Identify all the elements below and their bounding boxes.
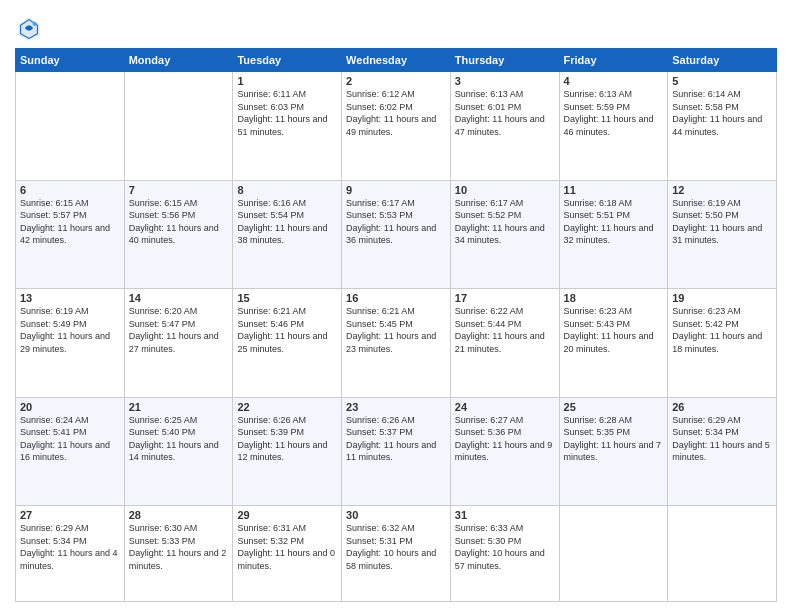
day-info: Sunrise: 6:15 AM Sunset: 5:56 PM Dayligh… bbox=[129, 197, 229, 247]
day-number: 21 bbox=[129, 401, 229, 413]
calendar-day-cell: 1Sunrise: 6:11 AM Sunset: 6:03 PM Daylig… bbox=[233, 72, 342, 181]
calendar-day-header: Monday bbox=[124, 49, 233, 72]
day-number: 26 bbox=[672, 401, 772, 413]
calendar-day-cell: 26Sunrise: 6:29 AM Sunset: 5:34 PM Dayli… bbox=[668, 397, 777, 506]
day-number: 25 bbox=[564, 401, 664, 413]
calendar-day-cell: 9Sunrise: 6:17 AM Sunset: 5:53 PM Daylig… bbox=[342, 180, 451, 289]
calendar-week-row: 13Sunrise: 6:19 AM Sunset: 5:49 PM Dayli… bbox=[16, 289, 777, 398]
day-info: Sunrise: 6:20 AM Sunset: 5:47 PM Dayligh… bbox=[129, 305, 229, 355]
calendar-day-cell: 7Sunrise: 6:15 AM Sunset: 5:56 PM Daylig… bbox=[124, 180, 233, 289]
day-info: Sunrise: 6:12 AM Sunset: 6:02 PM Dayligh… bbox=[346, 88, 446, 138]
calendar-day-cell: 27Sunrise: 6:29 AM Sunset: 5:34 PM Dayli… bbox=[16, 506, 125, 602]
day-info: Sunrise: 6:21 AM Sunset: 5:46 PM Dayligh… bbox=[237, 305, 337, 355]
calendar-day-cell: 28Sunrise: 6:30 AM Sunset: 5:33 PM Dayli… bbox=[124, 506, 233, 602]
day-info: Sunrise: 6:21 AM Sunset: 5:45 PM Dayligh… bbox=[346, 305, 446, 355]
day-info: Sunrise: 6:13 AM Sunset: 5:59 PM Dayligh… bbox=[564, 88, 664, 138]
day-number: 9 bbox=[346, 184, 446, 196]
day-info: Sunrise: 6:13 AM Sunset: 6:01 PM Dayligh… bbox=[455, 88, 555, 138]
day-number: 29 bbox=[237, 509, 337, 521]
day-info: Sunrise: 6:11 AM Sunset: 6:03 PM Dayligh… bbox=[237, 88, 337, 138]
day-info: Sunrise: 6:22 AM Sunset: 5:44 PM Dayligh… bbox=[455, 305, 555, 355]
day-number: 27 bbox=[20, 509, 120, 521]
calendar-day-cell: 13Sunrise: 6:19 AM Sunset: 5:49 PM Dayli… bbox=[16, 289, 125, 398]
calendar-day-cell: 24Sunrise: 6:27 AM Sunset: 5:36 PM Dayli… bbox=[450, 397, 559, 506]
day-info: Sunrise: 6:17 AM Sunset: 5:52 PM Dayligh… bbox=[455, 197, 555, 247]
day-number: 5 bbox=[672, 75, 772, 87]
day-number: 24 bbox=[455, 401, 555, 413]
day-info: Sunrise: 6:23 AM Sunset: 5:43 PM Dayligh… bbox=[564, 305, 664, 355]
calendar-header-row: SundayMondayTuesdayWednesdayThursdayFrid… bbox=[16, 49, 777, 72]
day-info: Sunrise: 6:26 AM Sunset: 5:39 PM Dayligh… bbox=[237, 414, 337, 464]
day-number: 10 bbox=[455, 184, 555, 196]
day-info: Sunrise: 6:17 AM Sunset: 5:53 PM Dayligh… bbox=[346, 197, 446, 247]
day-info: Sunrise: 6:16 AM Sunset: 5:54 PM Dayligh… bbox=[237, 197, 337, 247]
day-number: 12 bbox=[672, 184, 772, 196]
day-number: 7 bbox=[129, 184, 229, 196]
day-number: 23 bbox=[346, 401, 446, 413]
calendar-week-row: 27Sunrise: 6:29 AM Sunset: 5:34 PM Dayli… bbox=[16, 506, 777, 602]
calendar-day-cell: 18Sunrise: 6:23 AM Sunset: 5:43 PM Dayli… bbox=[559, 289, 668, 398]
calendar-day-cell bbox=[559, 506, 668, 602]
calendar-day-cell: 10Sunrise: 6:17 AM Sunset: 5:52 PM Dayli… bbox=[450, 180, 559, 289]
day-number: 4 bbox=[564, 75, 664, 87]
calendar-day-cell: 15Sunrise: 6:21 AM Sunset: 5:46 PM Dayli… bbox=[233, 289, 342, 398]
calendar-day-header: Wednesday bbox=[342, 49, 451, 72]
day-info: Sunrise: 6:33 AM Sunset: 5:30 PM Dayligh… bbox=[455, 522, 555, 572]
calendar-day-cell bbox=[668, 506, 777, 602]
day-info: Sunrise: 6:28 AM Sunset: 5:35 PM Dayligh… bbox=[564, 414, 664, 464]
calendar-table: SundayMondayTuesdayWednesdayThursdayFrid… bbox=[15, 48, 777, 602]
day-number: 1 bbox=[237, 75, 337, 87]
calendar-day-cell: 5Sunrise: 6:14 AM Sunset: 5:58 PM Daylig… bbox=[668, 72, 777, 181]
calendar-week-row: 6Sunrise: 6:15 AM Sunset: 5:57 PM Daylig… bbox=[16, 180, 777, 289]
day-number: 30 bbox=[346, 509, 446, 521]
calendar-week-row: 1Sunrise: 6:11 AM Sunset: 6:03 PM Daylig… bbox=[16, 72, 777, 181]
calendar-day-cell: 19Sunrise: 6:23 AM Sunset: 5:42 PM Dayli… bbox=[668, 289, 777, 398]
day-number: 28 bbox=[129, 509, 229, 521]
day-number: 19 bbox=[672, 292, 772, 304]
day-info: Sunrise: 6:18 AM Sunset: 5:51 PM Dayligh… bbox=[564, 197, 664, 247]
day-number: 15 bbox=[237, 292, 337, 304]
logo bbox=[15, 14, 47, 42]
day-info: Sunrise: 6:24 AM Sunset: 5:41 PM Dayligh… bbox=[20, 414, 120, 464]
day-number: 8 bbox=[237, 184, 337, 196]
day-info: Sunrise: 6:15 AM Sunset: 5:57 PM Dayligh… bbox=[20, 197, 120, 247]
header bbox=[15, 10, 777, 42]
calendar-day-cell: 29Sunrise: 6:31 AM Sunset: 5:32 PM Dayli… bbox=[233, 506, 342, 602]
calendar-day-cell: 3Sunrise: 6:13 AM Sunset: 6:01 PM Daylig… bbox=[450, 72, 559, 181]
day-number: 20 bbox=[20, 401, 120, 413]
day-number: 18 bbox=[564, 292, 664, 304]
day-info: Sunrise: 6:29 AM Sunset: 5:34 PM Dayligh… bbox=[672, 414, 772, 464]
calendar-day-header: Saturday bbox=[668, 49, 777, 72]
calendar-day-cell: 30Sunrise: 6:32 AM Sunset: 5:31 PM Dayli… bbox=[342, 506, 451, 602]
calendar-day-header: Sunday bbox=[16, 49, 125, 72]
calendar-day-cell: 14Sunrise: 6:20 AM Sunset: 5:47 PM Dayli… bbox=[124, 289, 233, 398]
calendar-day-cell: 11Sunrise: 6:18 AM Sunset: 5:51 PM Dayli… bbox=[559, 180, 668, 289]
calendar-day-cell: 16Sunrise: 6:21 AM Sunset: 5:45 PM Dayli… bbox=[342, 289, 451, 398]
calendar-day-cell: 25Sunrise: 6:28 AM Sunset: 5:35 PM Dayli… bbox=[559, 397, 668, 506]
calendar-day-cell: 4Sunrise: 6:13 AM Sunset: 5:59 PM Daylig… bbox=[559, 72, 668, 181]
page: SundayMondayTuesdayWednesdayThursdayFrid… bbox=[0, 0, 792, 612]
day-number: 3 bbox=[455, 75, 555, 87]
calendar-day-cell: 17Sunrise: 6:22 AM Sunset: 5:44 PM Dayli… bbox=[450, 289, 559, 398]
calendar-day-cell: 23Sunrise: 6:26 AM Sunset: 5:37 PM Dayli… bbox=[342, 397, 451, 506]
day-number: 11 bbox=[564, 184, 664, 196]
day-info: Sunrise: 6:23 AM Sunset: 5:42 PM Dayligh… bbox=[672, 305, 772, 355]
day-number: 14 bbox=[129, 292, 229, 304]
day-info: Sunrise: 6:25 AM Sunset: 5:40 PM Dayligh… bbox=[129, 414, 229, 464]
day-info: Sunrise: 6:30 AM Sunset: 5:33 PM Dayligh… bbox=[129, 522, 229, 572]
calendar-day-cell: 2Sunrise: 6:12 AM Sunset: 6:02 PM Daylig… bbox=[342, 72, 451, 181]
day-info: Sunrise: 6:26 AM Sunset: 5:37 PM Dayligh… bbox=[346, 414, 446, 464]
day-number: 2 bbox=[346, 75, 446, 87]
day-info: Sunrise: 6:29 AM Sunset: 5:34 PM Dayligh… bbox=[20, 522, 120, 572]
svg-point-2 bbox=[33, 22, 37, 26]
day-info: Sunrise: 6:19 AM Sunset: 5:50 PM Dayligh… bbox=[672, 197, 772, 247]
calendar-day-cell: 20Sunrise: 6:24 AM Sunset: 5:41 PM Dayli… bbox=[16, 397, 125, 506]
calendar-day-cell bbox=[16, 72, 125, 181]
calendar-day-header: Friday bbox=[559, 49, 668, 72]
day-info: Sunrise: 6:14 AM Sunset: 5:58 PM Dayligh… bbox=[672, 88, 772, 138]
day-number: 6 bbox=[20, 184, 120, 196]
logo-icon bbox=[15, 14, 43, 42]
day-info: Sunrise: 6:32 AM Sunset: 5:31 PM Dayligh… bbox=[346, 522, 446, 572]
calendar-day-cell: 21Sunrise: 6:25 AM Sunset: 5:40 PM Dayli… bbox=[124, 397, 233, 506]
calendar-day-header: Tuesday bbox=[233, 49, 342, 72]
